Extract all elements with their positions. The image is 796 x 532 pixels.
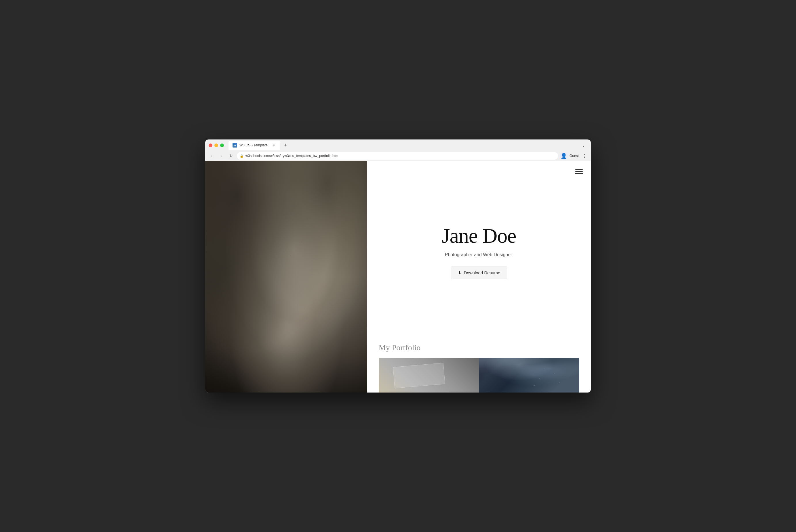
forward-button[interactable]: › (217, 152, 225, 160)
freckle-overlay (262, 195, 319, 288)
sparkles-overlay (479, 358, 579, 393)
url-bar[interactable]: 🔒 w3schools.com/w3css/tryw3css_templates… (237, 152, 558, 159)
browser-chrome: w W3.CSS Template × + ⌄ ‹ › ↻ 🔒 w3school… (205, 139, 591, 161)
content-panel: Jane Doe Photographer and Web Designer. … (367, 161, 591, 393)
hamburger-line-2 (575, 171, 583, 172)
profile-icon[interactable]: 👤 (560, 152, 568, 160)
photo-background (205, 161, 367, 393)
guest-label: Guest (570, 154, 579, 158)
portfolio-grid (379, 358, 579, 393)
lock-icon: 🔒 (240, 154, 244, 158)
hamburger-menu-button[interactable] (573, 167, 585, 176)
traffic-lights (209, 144, 224, 147)
reload-button[interactable]: ↻ (227, 152, 235, 160)
website-content: Jane Doe Photographer and Web Designer. … (205, 161, 591, 393)
tab-favicon: w (233, 143, 237, 148)
window-controls: ⌄ (579, 141, 587, 149)
close-traffic-light[interactable] (209, 144, 212, 147)
more-options-button[interactable]: ⋮ (580, 152, 589, 160)
download-resume-button[interactable]: ⬇ Download Resume (451, 267, 508, 279)
tab-bar: w W3.CSS Template × + (226, 140, 577, 150)
portfolio-item-1[interactable] (379, 358, 479, 393)
portfolio-item-2[interactable] (479, 358, 579, 393)
hero-subtitle: Photographer and Web Designer. (445, 252, 513, 258)
hero-name: Jane Doe (442, 225, 516, 247)
tab-close-button[interactable]: × (272, 143, 276, 148)
portfolio-title: My Portfolio (379, 343, 579, 352)
hero-photo-panel (205, 161, 367, 393)
hamburger-line-3 (575, 173, 583, 174)
maximize-traffic-light[interactable] (220, 144, 224, 147)
window-chevron-button[interactable]: ⌄ (579, 141, 587, 149)
back-button[interactable]: ‹ (207, 152, 216, 160)
browser-window: w W3.CSS Template × + ⌄ ‹ › ↻ 🔒 w3school… (205, 139, 591, 393)
address-bar-row: ‹ › ↻ 🔒 w3schools.com/w3css/tryw3css_tem… (205, 151, 591, 161)
download-icon: ⬇ (458, 270, 462, 276)
download-resume-label: Download Resume (464, 270, 500, 275)
titlebar: w W3.CSS Template × + ⌄ (205, 139, 591, 151)
profile-avatar-icon: 👤 (561, 153, 567, 159)
hamburger-line-1 (575, 169, 583, 170)
active-tab[interactable]: w W3.CSS Template × (228, 140, 280, 150)
url-text: w3schools.com/w3css/tryw3css_templates_b… (245, 154, 338, 158)
portfolio-section: My Portfolio (367, 337, 591, 393)
new-tab-button[interactable]: + (281, 141, 290, 149)
minimize-traffic-light[interactable] (215, 144, 218, 147)
hero-section: Jane Doe Photographer and Web Designer. … (367, 161, 591, 337)
tab-title: W3.CSS Template (239, 143, 270, 147)
